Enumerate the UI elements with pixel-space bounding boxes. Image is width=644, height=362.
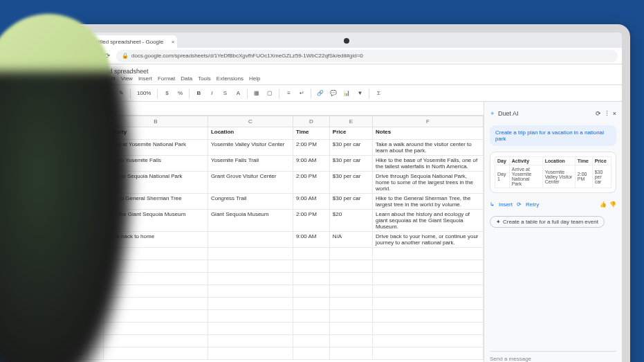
bold-icon[interactable]: B [193, 88, 204, 99]
cell[interactable] [372, 310, 483, 323]
col-header-c[interactable]: C [208, 116, 293, 127]
cell[interactable] [329, 323, 372, 335]
menu-help[interactable]: Help [249, 75, 260, 82]
cell[interactable]: Hike to the base of Yosemite Falls, one … [372, 156, 483, 172]
row-header[interactable]: 6 [71, 210, 88, 232]
thumbs-up-icon[interactable]: 👍 [600, 201, 607, 208]
currency-icon[interactable]: $ [161, 88, 172, 99]
cell[interactable] [293, 323, 330, 335]
cell[interactable] [329, 310, 372, 323]
cell[interactable]: Drive to Sequoia National Park [104, 172, 208, 194]
cell[interactable]: Hike to the General Sherman Tree, the la… [372, 194, 483, 210]
row-header[interactable]: 16 [71, 347, 88, 360]
cell[interactable] [372, 323, 483, 335]
menu-extensions[interactable]: Extensions [217, 75, 243, 82]
cell[interactable]: Activity [104, 127, 208, 140]
menu-format[interactable]: Format [158, 75, 175, 82]
col-header-e[interactable]: E [329, 116, 372, 127]
cell[interactable] [329, 335, 372, 347]
row-header[interactable]: 12 [71, 298, 88, 310]
cell[interactable]: Drive back to your home, or continue you… [372, 232, 483, 248]
cell[interactable] [293, 347, 330, 360]
fill-color-icon[interactable]: ▦ [251, 88, 262, 99]
table-row[interactable]: 13 [71, 310, 484, 323]
italic-icon[interactable]: I [206, 88, 217, 99]
cell[interactable] [293, 285, 330, 298]
cell[interactable]: Arrive at Yosemite National Park [104, 140, 208, 156]
cell[interactable]: N/A [329, 232, 372, 248]
cell[interactable] [372, 248, 483, 260]
row-header[interactable]: 2 [71, 140, 88, 156]
cell[interactable]: Day 6 [87, 232, 104, 248]
cell[interactable]: Giant Sequoia Museum [208, 210, 293, 232]
panel-retry-button[interactable]: Retry [526, 201, 539, 208]
paint-format-icon[interactable]: ✎ [116, 88, 127, 99]
cell[interactable]: Hike to General Sherman Tree [104, 194, 208, 210]
more-icon[interactable]: ⋮ [604, 110, 610, 117]
cell[interactable]: Day 5 [87, 210, 104, 232]
table-row[interactable]: 1 Day Activity Location Time Price Notes [71, 127, 484, 140]
table-row[interactable]: 15 [71, 335, 484, 347]
col-header-f[interactable]: F [372, 116, 483, 127]
cell[interactable]: 2:00 PM [293, 140, 330, 156]
cell[interactable] [329, 248, 372, 260]
document-title[interactable]: Untitled spreadsheet [91, 68, 260, 75]
cell[interactable]: 2:00 PM [293, 172, 330, 194]
cell[interactable] [87, 335, 104, 347]
cell[interactable]: Grant Grove Visitor Center [208, 172, 293, 194]
row-header[interactable]: 5 [71, 194, 88, 210]
table-row[interactable]: 12 [71, 298, 484, 310]
cell[interactable] [208, 273, 293, 285]
cell[interactable] [87, 285, 104, 298]
cell[interactable]: Take a walk around the visitor center to… [372, 140, 483, 156]
cell[interactable] [87, 298, 104, 310]
cell[interactable] [293, 335, 330, 347]
table-row[interactable]: 6 Day 5 Visit the Giant Sequoia Museum G… [71, 210, 484, 232]
cell[interactable]: Day 3 [87, 172, 104, 194]
cell[interactable] [208, 310, 293, 323]
strike-icon[interactable]: S [219, 88, 230, 99]
panel-insert-button[interactable]: Insert [499, 201, 513, 208]
row-header[interactable]: 11 [71, 285, 88, 298]
borders-icon[interactable]: ▢ [264, 88, 275, 99]
cell[interactable] [329, 285, 372, 298]
cell[interactable] [329, 260, 372, 273]
row-header[interactable]: 8 [71, 248, 88, 260]
cell[interactable]: Day 2 [87, 156, 104, 172]
cell[interactable] [329, 273, 372, 285]
cell[interactable]: Drive back to home [104, 232, 208, 248]
row-header[interactable]: 9 [71, 260, 88, 273]
cell[interactable] [208, 323, 293, 335]
close-panel-icon[interactable]: × [613, 110, 616, 117]
cell[interactable] [372, 285, 483, 298]
cell[interactable] [208, 347, 293, 360]
cell[interactable]: 2:00 PM [293, 210, 330, 232]
refresh-icon[interactable]: ⟳ [596, 110, 601, 117]
table-row[interactable]: 7 Day 6 Drive back to home 9:00 AM N/A D… [71, 232, 484, 248]
followup-suggestion[interactable]: ✦ Create a table for a full day team eve… [490, 216, 605, 228]
chart-icon[interactable]: 📊 [341, 88, 352, 99]
cell[interactable] [104, 323, 208, 335]
cell[interactable] [293, 310, 330, 323]
cell[interactable] [293, 248, 330, 260]
comment-icon[interactable]: 💬 [328, 88, 339, 99]
table-row[interactable]: 3 Day 2 Hike to Yosemite Falls Yosemite … [71, 156, 484, 172]
spreadsheet-grid[interactable]: A B C D E F 1 Day Activity [71, 116, 484, 360]
cell[interactable]: $30 per car [329, 194, 372, 210]
cell[interactable] [87, 248, 104, 260]
cell[interactable] [104, 347, 208, 360]
cell[interactable]: Price [329, 127, 372, 140]
col-header-b[interactable]: B [104, 116, 208, 127]
cell[interactable] [104, 273, 208, 285]
zoom-level[interactable]: 100% [134, 90, 154, 96]
table-row[interactable]: 16 [71, 347, 484, 360]
row-header[interactable]: 10 [71, 273, 88, 285]
message-input[interactable]: Send a message [490, 351, 616, 362]
cell[interactable] [293, 298, 330, 310]
row-header[interactable]: 15 [71, 335, 88, 347]
row-header[interactable]: 7 [71, 232, 88, 248]
cell[interactable] [104, 248, 208, 260]
row-header[interactable]: 3 [71, 156, 88, 172]
menu-insert[interactable]: Insert [138, 75, 152, 82]
cell[interactable] [372, 260, 483, 273]
